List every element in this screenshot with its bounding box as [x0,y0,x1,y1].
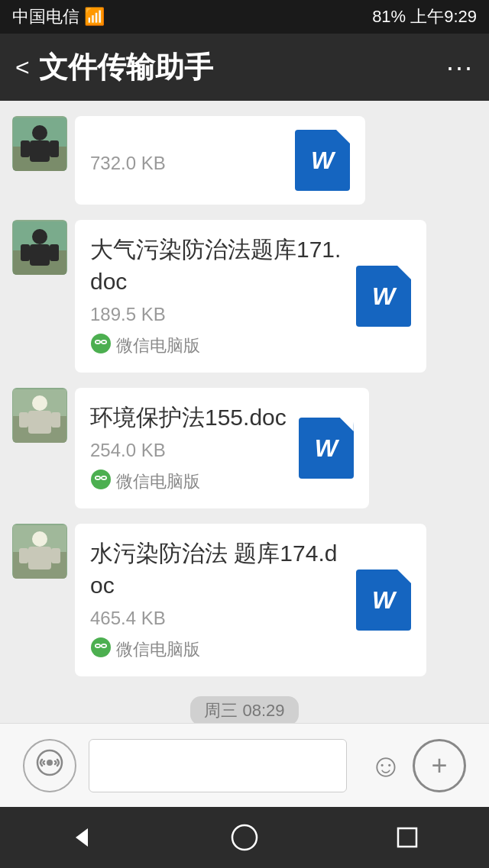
status-right: 81% 上午9:29 [368,5,477,28]
avatar-2 [12,388,67,443]
svg-point-44 [104,645,105,647]
file-info-3: 水污染防治法 题库174.doc 465.4 KB [90,537,344,663]
file-info-1: 大气污染防治法题库171.doc 189.5 KB [90,234,344,359]
status-left: 中国电信 📶 [12,5,105,28]
svg-point-25 [91,469,111,489]
voice-icon [36,749,63,782]
file-size-2: 254.0 KB [90,440,287,461]
file-size-3: 465.4 KB [90,608,344,629]
svg-point-8 [32,229,47,244]
file-bubble-2[interactable]: 环境保护法155.doc 254.0 KB [75,388,369,508]
message-row-1: 大气污染防治法题库171.doc 189.5 KB [0,212,489,380]
top-file-bubble[interactable]: 732.0 KB W [75,116,365,205]
svg-point-18 [104,341,105,343]
carrier-text: 中国电信 [12,5,79,28]
file-info-2: 环境保护法155.doc 254.0 KB [90,402,287,495]
message-row-2: 环境保护法155.doc 254.0 KB [0,380,489,516]
plus-icon: + [431,750,447,782]
chat-area: 732.0 KB W 大气污染防治法题库171.doc 189.5 KB [0,101,489,791]
svg-rect-10 [21,244,30,261]
file-source-3: 微信电脑版 [90,637,344,663]
timestamp-label: 周三 08:29 [190,696,298,725]
file-name-2: 环境保护法155.doc [90,402,287,434]
word-icon-1: W [356,266,411,327]
time-text: 上午9:29 [410,5,477,28]
wechat-logo-1 [90,333,112,359]
header-left: < 文件传输助手 [15,48,213,87]
source-label-3: 微信电脑版 [116,638,200,661]
battery-text: 81% [372,7,406,27]
svg-point-29 [98,477,99,479]
file-size-1: 189.5 KB [90,304,344,325]
top-word-icon: W [295,130,350,191]
svg-point-2 [32,125,47,140]
emoji-button[interactable]: ☺ [359,739,413,792]
signal-icons: 📶 [84,7,105,27]
text-input-area[interactable] [89,739,347,792]
svg-point-38 [91,637,111,657]
svg-rect-36 [19,548,28,563]
wechat-logo-3 [90,637,112,663]
svg-rect-35 [28,547,51,570]
message-row: 732.0 KB W [0,108,489,212]
svg-point-42 [98,645,99,647]
svg-point-34 [32,531,47,547]
top-file-size: 732.0 KB [90,153,283,174]
header-title: 文件传输助手 [39,48,213,87]
avatar [12,116,67,171]
file-source-2: 微信电脑版 [90,469,287,495]
file-name-1: 大气污染防治法题库171.doc [90,234,344,298]
status-bar: 中国电信 📶 81% 上午9:29 [0,0,489,34]
word-icon-3: W [356,570,411,631]
svg-rect-4 [21,140,30,157]
svg-point-21 [32,395,47,411]
word-icon-2: W [299,418,354,479]
voice-button[interactable] [23,739,76,792]
top-file-info: 732.0 KB [90,147,283,174]
emoji-icon: ☺ [370,747,403,784]
back-button[interactable]: < [15,53,30,82]
file-bubble-1[interactable]: 大气污染防治法题库171.doc 189.5 KB [75,220,426,373]
svg-rect-51 [398,828,416,847]
svg-point-31 [104,477,105,479]
nav-recent-button[interactable] [377,815,438,860]
svg-rect-23 [19,412,28,428]
header: < 文件传输助手 ··· [0,34,489,101]
svg-rect-3 [30,140,50,162]
svg-rect-5 [50,140,59,157]
nav-home-button[interactable] [214,815,275,860]
more-button[interactable]: ··· [446,51,474,83]
wechat-logo-2 [90,469,112,495]
word-letter: W [311,147,334,175]
avatar-3 [12,524,67,579]
svg-rect-11 [50,244,59,261]
nav-back-button[interactable] [51,815,112,860]
svg-marker-49 [76,828,88,847]
plus-button[interactable]: + [413,739,466,792]
svg-rect-37 [51,548,60,563]
avatar-1 [12,220,67,275]
svg-point-48 [47,760,53,766]
svg-point-12 [91,334,111,353]
svg-rect-22 [28,411,51,434]
file-source-1: 微信电脑版 [90,333,344,359]
file-name-3: 水污染防治法 题库174.doc [90,537,344,602]
svg-rect-9 [30,244,50,266]
bottom-toolbar: ☺ + [0,723,489,807]
svg-rect-24 [51,412,60,428]
svg-point-16 [98,341,99,343]
file-bubble-3[interactable]: 水污染防治法 题库174.doc 465.4 KB [75,524,426,676]
nav-bar [0,807,489,868]
svg-point-50 [232,825,257,850]
source-label-2: 微信电脑版 [116,470,200,493]
source-label-1: 微信电脑版 [116,334,200,357]
message-row-3: 水污染防治法 题库174.doc 465.4 KB [0,516,489,684]
